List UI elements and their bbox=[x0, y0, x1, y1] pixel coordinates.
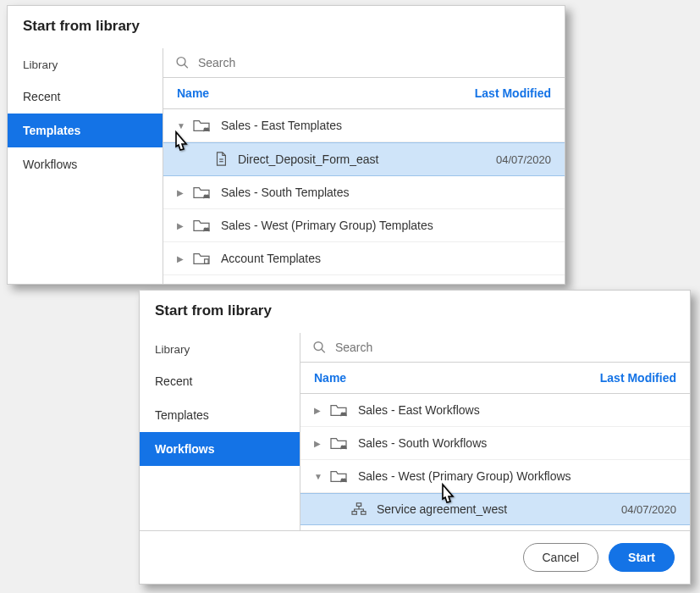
sidebar-item-workflows[interactable]: Workflows bbox=[140, 432, 300, 466]
row-label: Account Templates bbox=[221, 252, 321, 265]
folder-group-icon bbox=[329, 468, 348, 484]
row-label: Service agreement_west bbox=[377, 502, 507, 516]
row-date: 04/07/2020 bbox=[496, 153, 551, 166]
sidebar-item-templates[interactable]: Templates bbox=[8, 114, 163, 147]
library-dialog-templates: Start from library Library Recent Templa… bbox=[7, 5, 565, 285]
search-icon bbox=[312, 340, 327, 355]
search-input[interactable] bbox=[335, 341, 678, 354]
library-dialog-workflows: Start from library Library Recent Templa… bbox=[139, 290, 691, 585]
folder-group-icon bbox=[192, 218, 211, 233]
col-modified[interactable]: Last Modified bbox=[600, 371, 676, 385]
caret-right-icon[interactable]: ▶ bbox=[314, 439, 322, 448]
svg-rect-10 bbox=[205, 259, 209, 263]
cancel-button[interactable]: Cancel bbox=[523, 543, 599, 572]
caret-down-icon[interactable]: ▼ bbox=[177, 121, 185, 130]
dialog-footer: Cancel Start bbox=[140, 530, 690, 584]
folder-row[interactable]: ▶ Sales - West (Primary Group) Templates bbox=[163, 209, 565, 242]
folder-row[interactable]: ▶ Sales - East Workflows bbox=[300, 394, 690, 427]
folder-row[interactable]: ▶ Sales - South Workflows bbox=[300, 427, 690, 460]
folder-group-icon bbox=[329, 435, 348, 451]
row-label: Sales - East Templates bbox=[221, 119, 342, 132]
dialog-title: Start from library bbox=[140, 291, 690, 333]
search-icon bbox=[175, 55, 190, 70]
caret-right-icon[interactable]: ▶ bbox=[177, 188, 185, 197]
folder-row[interactable]: ▶ Account Templates bbox=[163, 242, 565, 275]
column-headers: Name Last Modified bbox=[300, 363, 690, 394]
row-label: Sales - South Workflows bbox=[358, 436, 487, 450]
svg-rect-25 bbox=[361, 512, 366, 515]
folder-row[interactable]: ▼ Sales - West (Primary Group) Workflows bbox=[300, 460, 690, 493]
sidebar-item-workflows[interactable]: Workflows bbox=[8, 147, 163, 181]
row-date: 04/07/2020 bbox=[621, 503, 676, 516]
caret-down-icon[interactable]: ▼ bbox=[314, 472, 322, 481]
row-label: Sales - West (Primary Group) Workflows bbox=[358, 469, 571, 483]
file-row-selected[interactable]: Service agreement_west 04/07/2020 bbox=[300, 493, 690, 525]
row-label: Sales - West (Primary Group) Templates bbox=[221, 219, 433, 232]
svg-point-15 bbox=[314, 342, 322, 351]
folder-group-icon bbox=[329, 402, 348, 418]
row-label: Sales - East Workflows bbox=[358, 403, 480, 417]
search-bar bbox=[300, 333, 690, 363]
row-label: Direct_Deposit_Form_east bbox=[238, 152, 379, 166]
search-bar bbox=[163, 48, 565, 78]
start-button[interactable]: Start bbox=[609, 543, 675, 572]
document-icon bbox=[214, 152, 228, 167]
sidebar-item-recent[interactable]: Recent bbox=[8, 80, 163, 114]
sidebar-item-recent[interactable]: Recent bbox=[140, 364, 300, 398]
col-modified[interactable]: Last Modified bbox=[475, 86, 551, 100]
sidebar-item-templates[interactable]: Templates bbox=[140, 398, 300, 432]
folder-row[interactable]: ▼ Sales - East Templates bbox=[163, 109, 565, 142]
svg-rect-23 bbox=[356, 503, 361, 507]
rows-container: ▼ Sales - East Templates Direct_Deposit_… bbox=[163, 109, 565, 284]
caret-right-icon[interactable]: ▶ bbox=[177, 254, 185, 263]
rows-container: ▶ Sales - East Workflows ▶ Sales - South… bbox=[300, 394, 690, 531]
dialog-title: Start from library bbox=[8, 6, 565, 48]
caret-right-icon[interactable]: ▶ bbox=[314, 406, 322, 415]
sidebar: Library Recent Templates Workflows bbox=[8, 48, 163, 284]
folder-group-icon bbox=[192, 185, 211, 200]
file-row-selected[interactable]: Direct_Deposit_Form_east 04/07/2020 bbox=[163, 142, 565, 176]
col-name[interactable]: Name bbox=[177, 86, 209, 100]
svg-line-1 bbox=[185, 64, 188, 68]
svg-point-0 bbox=[177, 58, 185, 66]
svg-line-16 bbox=[322, 349, 325, 352]
sidebar: Library Recent Templates Workflows bbox=[140, 333, 300, 531]
folder-row[interactable]: ▶ Sales - South Templates bbox=[163, 176, 565, 209]
search-input[interactable] bbox=[198, 56, 553, 69]
caret-right-icon[interactable]: ▶ bbox=[177, 221, 185, 230]
col-name[interactable]: Name bbox=[314, 371, 346, 385]
folder-group-icon bbox=[192, 118, 211, 133]
workflow-icon bbox=[351, 502, 367, 516]
sidebar-heading: Library bbox=[140, 338, 300, 364]
svg-rect-24 bbox=[352, 512, 356, 515]
folder-building-icon bbox=[192, 251, 211, 266]
column-headers: Name Last Modified bbox=[163, 78, 565, 109]
row-label: Sales - South Templates bbox=[221, 186, 350, 199]
sidebar-heading: Library bbox=[8, 53, 163, 80]
